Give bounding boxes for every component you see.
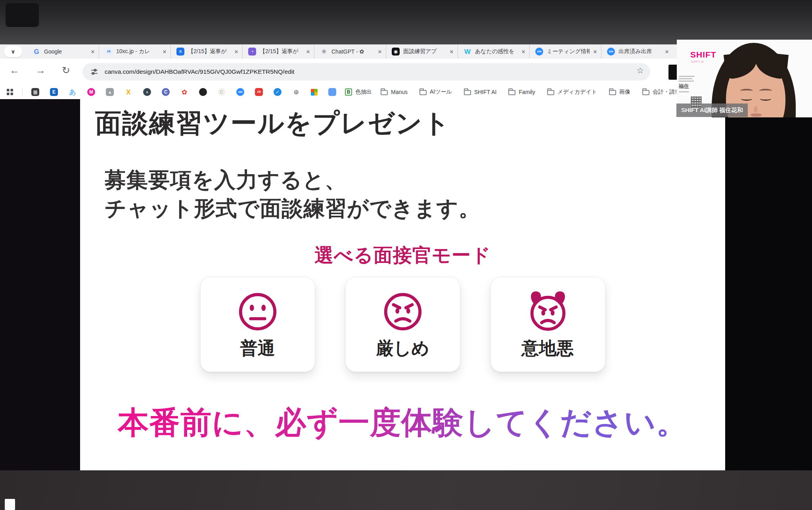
reload-button[interactable]: ↻ xyxy=(62,65,70,76)
bookmark-favicon[interactable] xyxy=(199,88,207,96)
bookmark-favicons: ▦EあM▴X◗C✿Czm25✓⊕ xyxy=(31,88,336,96)
browser-tab[interactable]: zm 出席済み出席 × xyxy=(601,44,673,59)
browser-tab[interactable]: ◔ 【2/15】返事が × xyxy=(242,44,314,59)
tab-title: ミーティング情報 xyxy=(547,48,590,55)
bookmark-favicon[interactable]: ✿ xyxy=(180,88,188,96)
apps-grid-icon[interactable] xyxy=(6,88,13,96)
right-letterbox xyxy=(725,99,812,470)
bookmark-favicon[interactable]: ▦ xyxy=(31,88,39,96)
bottom-left-notch xyxy=(5,499,15,510)
screen-share-control xyxy=(6,3,39,27)
eye-right xyxy=(760,97,771,101)
tab-title: ChatGPT - ✿ xyxy=(331,48,374,55)
tab-favicon: ◉ xyxy=(392,48,400,56)
browser-tab[interactable]: zm ミーティング情報 × xyxy=(529,44,601,59)
mode-card: 普通 xyxy=(200,277,315,372)
mouth xyxy=(751,113,762,117)
tab-favicon: zm xyxy=(535,48,543,56)
bookmark-folder-label: AIツール xyxy=(430,88,452,96)
url-text: canva.com/design/DAHBOafRVAc/915GiVQJ0Gw… xyxy=(105,68,294,75)
bookmark-favicon[interactable]: ◗ xyxy=(143,88,151,96)
face-icon xyxy=(525,288,571,334)
bookmark-favicon[interactable] xyxy=(311,89,318,96)
site-settings-icon[interactable] xyxy=(90,68,98,76)
address-bar[interactable]: canva.com/design/DAHBOafRVAc/915GiVQJ0Gw… xyxy=(82,63,650,81)
close-icon[interactable]: × xyxy=(450,48,454,55)
close-icon[interactable]: × xyxy=(593,48,597,55)
bookmark-folder[interactable]: Family xyxy=(508,89,535,95)
close-icon[interactable]: × xyxy=(163,48,167,55)
tab-title: 【2/15】返事が xyxy=(260,48,303,55)
slide-subtitle: 募集要項を入力すると、 チャット形式で面談練習ができます。 xyxy=(105,166,481,223)
folder-icon xyxy=(508,90,515,95)
mode-card: 厳しめ xyxy=(345,277,460,372)
bookmark-favicon[interactable] xyxy=(328,88,336,96)
bookmark-favicon[interactable]: C xyxy=(162,88,170,96)
browser-tab[interactable]: ◉ 面談練習アプ × xyxy=(386,44,458,59)
nose xyxy=(754,106,758,113)
close-icon[interactable]: × xyxy=(521,48,525,55)
close-icon[interactable]: × xyxy=(665,48,669,55)
bookmark-star-icon[interactable]: ☆ xyxy=(636,66,644,75)
bottom-frame xyxy=(0,470,812,510)
window-top-frame xyxy=(0,0,812,44)
bookmark-folder[interactable]: 画像 xyxy=(609,88,630,96)
forward-button[interactable]: → xyxy=(36,65,46,76)
tab-title: 10xc.jp - カレ xyxy=(116,48,159,55)
tab-favicon: G xyxy=(33,48,40,56)
sign-name: 福住 xyxy=(679,83,700,90)
close-icon[interactable]: × xyxy=(306,48,310,55)
background-sign: 福住 xyxy=(679,75,700,94)
browser-tab[interactable]: W あなたの感性を × xyxy=(458,44,529,59)
tab-search-button[interactable]: ∨ xyxy=(4,46,22,57)
shift-logo: SHIFT xyxy=(690,50,716,59)
bookmark-folder[interactable]: Manus xyxy=(381,89,408,95)
bookmark-folder-label: Family xyxy=(519,89,535,95)
bookmark-folders: Manus AIツール SHIFT AI Family メディカデイト 画像 xyxy=(381,88,703,96)
bookmark-folder[interactable]: AIツール xyxy=(419,88,452,96)
face-icon xyxy=(234,288,281,334)
canva-slide: 面談練習ツールをプレゼント 募集要項を入力すると、 チャット形式で面談練習ができ… xyxy=(80,99,725,470)
bookmark-folder-label: SHIFT AI xyxy=(474,89,497,95)
tabs: G Google × 15 10xc.jp - カレ × ≡ 【2/15】返事が… xyxy=(27,44,673,59)
browser-tab[interactable]: G Google × xyxy=(27,44,99,59)
folder-icon xyxy=(642,90,649,95)
bookmark-folder[interactable]: メディカデイト xyxy=(547,88,597,96)
bookmark-favicon[interactable]: ⊕ xyxy=(292,88,300,96)
divider xyxy=(22,88,23,96)
qr-code xyxy=(691,96,702,107)
bookmark-favicon[interactable]: ✓ xyxy=(274,88,282,96)
back-button[interactable]: ← xyxy=(10,65,19,76)
bookmark-favicon[interactable]: あ xyxy=(69,88,77,96)
close-icon[interactable]: × xyxy=(91,48,95,55)
bookmark-favicon[interactable]: ▴ xyxy=(106,88,114,96)
bookmark-favicon[interactable]: C xyxy=(218,88,226,96)
bookmark-favicon[interactable]: E xyxy=(50,88,58,96)
bookmark-folder[interactable]: SHIFT AI xyxy=(464,89,497,95)
bookmark-folder[interactable]: 会計・請求 xyxy=(642,88,680,96)
tab-favicon: W xyxy=(463,48,471,56)
close-icon[interactable]: × xyxy=(234,48,238,55)
browser-tab[interactable]: ≡ 【2/15】返事が × xyxy=(170,44,242,59)
folder-icon xyxy=(419,90,427,95)
tab-favicon: ≡ xyxy=(176,48,184,56)
close-icon[interactable]: × xyxy=(378,48,382,55)
mode-label: 厳しめ xyxy=(376,337,429,360)
tab-title: あなたの感性を xyxy=(475,48,518,55)
bookmark-item-color-pick[interactable]: B 色抽出 xyxy=(345,88,372,96)
browser-window: ∨ G Google × 15 10xc.jp - カレ × ≡ 【2/15】返… xyxy=(0,44,725,99)
slide-footer: 本番前に、必ず一度体験してください。 xyxy=(80,402,725,444)
tab-favicon: ✳ xyxy=(320,48,328,56)
bookmark-favicon[interactable]: zm xyxy=(236,88,244,96)
bookmark-favicon[interactable]: M xyxy=(87,88,95,96)
bookmark-favicon: B xyxy=(345,88,352,96)
bookmark-favicon[interactable]: 25 xyxy=(255,88,263,96)
browser-tab[interactable]: ✳ ChatGPT - ✿ × xyxy=(314,44,386,59)
mode-card: 意地悪 xyxy=(490,277,605,372)
tab-title: 【2/15】返事が xyxy=(188,48,231,55)
mode-cards: 普通 厳しめ 意地悪 xyxy=(80,277,725,372)
tab-favicon: zm xyxy=(607,48,615,56)
bookmark-label: 色抽出 xyxy=(355,88,372,96)
browser-tab[interactable]: 15 10xc.jp - カレ × xyxy=(99,44,170,59)
bookmark-favicon[interactable]: X xyxy=(124,88,132,96)
